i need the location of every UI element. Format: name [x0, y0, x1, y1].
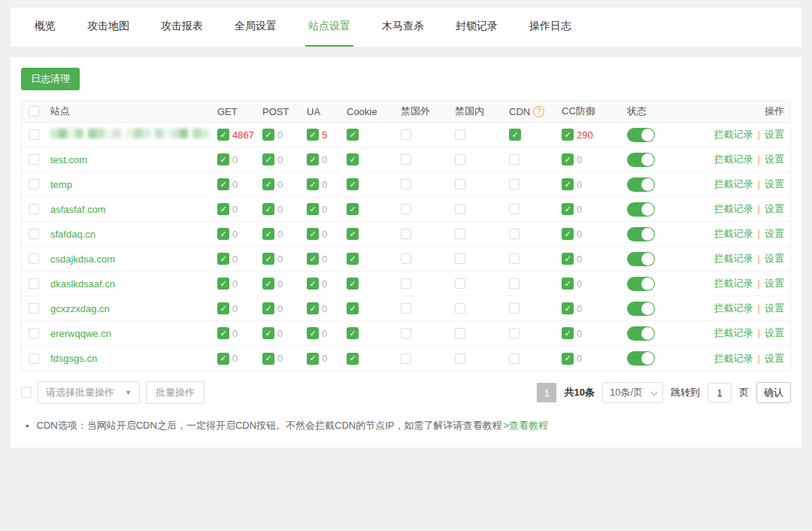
cdn-unchecked-checkbox[interactable] [509, 328, 520, 338]
ua-checked-icon[interactable]: ✓ [307, 253, 319, 265]
block-foreign-unchecked-checkbox[interactable] [401, 229, 411, 239]
cc-defense-checked-icon[interactable]: ✓ [562, 327, 574, 339]
cc-defense-checked-icon[interactable]: ✓ [562, 153, 574, 165]
cookie-checked-icon[interactable]: ✓ [347, 253, 359, 265]
settings-link[interactable]: 设置 [765, 203, 784, 214]
tab-4[interactable]: 全局设置 [232, 8, 280, 47]
cdn-unchecked-checkbox[interactable] [509, 204, 520, 214]
post-checked-icon[interactable]: ✓ [262, 178, 274, 190]
cookie-checked-icon[interactable]: ✓ [347, 129, 359, 141]
row-checkbox[interactable] [29, 179, 39, 190]
cookie-checked-icon[interactable]: ✓ [347, 203, 359, 215]
block-domestic-unchecked-checkbox[interactable] [455, 353, 465, 364]
status-toggle[interactable] [627, 277, 655, 291]
site-link[interactable]: sfafdaq.cn [50, 229, 95, 240]
site-link-censored[interactable] [50, 129, 209, 138]
get-checked-icon[interactable]: ✓ [217, 178, 229, 190]
settings-link[interactable]: 设置 [765, 353, 784, 364]
get-checked-icon[interactable]: ✓ [217, 327, 229, 339]
ua-checked-icon[interactable]: ✓ [307, 353, 319, 365]
status-toggle[interactable] [627, 302, 655, 316]
post-checked-icon[interactable]: ✓ [262, 302, 274, 314]
bulk-action-select[interactable]: 请选择批量操作 ▼ [38, 381, 140, 404]
cookie-checked-icon[interactable]: ✓ [347, 178, 359, 190]
tab-8[interactable]: 操作日志 [526, 8, 574, 47]
tab-2[interactable]: 攻击地图 [84, 8, 132, 47]
cc-defense-checked-icon[interactable]: ✓ [562, 253, 574, 265]
bulk-action-button[interactable]: 批量操作 [146, 381, 205, 404]
status-toggle[interactable] [627, 326, 655, 341]
get-checked-icon[interactable]: ✓ [217, 278, 229, 290]
block-foreign-unchecked-checkbox[interactable] [401, 353, 411, 364]
row-checkbox[interactable] [29, 328, 39, 338]
get-checked-icon[interactable]: ✓ [217, 353, 229, 365]
block-log-link[interactable]: 拦截记录 [714, 302, 753, 314]
log-clean-button[interactable]: 日志清理 [21, 68, 80, 90]
cdn-unchecked-checkbox[interactable] [509, 353, 520, 364]
cdn-unchecked-checkbox[interactable] [509, 154, 520, 165]
block-domestic-unchecked-checkbox[interactable] [455, 278, 465, 289]
block-foreign-unchecked-checkbox[interactable] [401, 154, 411, 165]
page-size-select[interactable]: 10条/页 [602, 382, 663, 403]
site-link[interactable]: gcxzzxdag.cn [50, 303, 110, 314]
settings-link[interactable]: 设置 [765, 327, 784, 338]
status-toggle[interactable] [627, 202, 655, 217]
post-checked-icon[interactable]: ✓ [262, 353, 274, 365]
cdn-unchecked-checkbox[interactable] [509, 229, 520, 239]
block-domestic-unchecked-checkbox[interactable] [455, 303, 465, 314]
block-domestic-unchecked-checkbox[interactable] [455, 179, 465, 190]
cookie-checked-icon[interactable]: ✓ [347, 278, 359, 290]
ua-checked-icon[interactable]: ✓ [307, 153, 319, 165]
get-checked-icon[interactable]: ✓ [217, 153, 229, 165]
ua-checked-icon[interactable]: ✓ [307, 129, 319, 141]
settings-link[interactable]: 设置 [765, 178, 784, 190]
cdn-unchecked-checkbox[interactable] [509, 278, 520, 289]
jump-page-input[interactable] [707, 383, 732, 402]
ua-checked-icon[interactable]: ✓ [307, 178, 319, 190]
settings-link[interactable]: 设置 [765, 278, 784, 289]
cookie-checked-icon[interactable]: ✓ [347, 228, 359, 240]
view-tutorial-link[interactable]: >查看教程 [504, 419, 549, 432]
cdn-unchecked-checkbox[interactable] [509, 179, 520, 190]
ua-checked-icon[interactable]: ✓ [307, 278, 319, 290]
block-domestic-unchecked-checkbox[interactable] [455, 229, 465, 239]
block-log-link[interactable]: 拦截记录 [714, 178, 753, 190]
get-checked-icon[interactable]: ✓ [217, 228, 229, 240]
cdn-checked-icon[interactable]: ✓ [509, 129, 521, 141]
post-checked-icon[interactable]: ✓ [262, 153, 274, 165]
status-toggle[interactable] [627, 227, 655, 241]
settings-link[interactable]: 设置 [765, 153, 784, 165]
ua-checked-icon[interactable]: ✓ [307, 228, 319, 240]
cc-defense-checked-icon[interactable]: ✓ [562, 353, 574, 365]
row-checkbox[interactable] [29, 154, 39, 165]
tab-3[interactable]: 攻击报表 [158, 8, 206, 47]
cc-defense-checked-icon[interactable]: ✓ [562, 178, 574, 190]
confirm-button[interactable]: 确认 [756, 382, 791, 403]
settings-link[interactable]: 设置 [765, 302, 784, 314]
site-link[interactable]: csdajkdsa.com [50, 253, 115, 265]
post-checked-icon[interactable]: ✓ [262, 253, 274, 265]
cookie-checked-icon[interactable]: ✓ [347, 327, 359, 339]
block-foreign-unchecked-checkbox[interactable] [401, 278, 411, 289]
cookie-checked-icon[interactable]: ✓ [347, 153, 359, 165]
cookie-checked-icon[interactable]: ✓ [347, 302, 359, 314]
get-checked-icon[interactable]: ✓ [217, 302, 229, 314]
settings-link[interactable]: 设置 [765, 253, 784, 264]
cc-defense-checked-icon[interactable]: ✓ [562, 228, 574, 240]
block-foreign-unchecked-checkbox[interactable] [401, 129, 411, 140]
cdn-help-icon[interactable]: ? [533, 106, 544, 117]
block-domestic-unchecked-checkbox[interactable] [455, 154, 465, 165]
page-number-button[interactable]: 1 [537, 383, 556, 402]
tab-6[interactable]: 木马查杀 [379, 8, 427, 47]
status-toggle[interactable] [627, 178, 655, 192]
cookie-checked-icon[interactable]: ✓ [347, 353, 359, 365]
ua-checked-icon[interactable]: ✓ [307, 302, 319, 314]
cc-defense-checked-icon[interactable]: ✓ [562, 203, 574, 215]
post-checked-icon[interactable]: ✓ [262, 129, 274, 141]
block-foreign-unchecked-checkbox[interactable] [401, 204, 411, 214]
block-log-link[interactable]: 拦截记录 [714, 129, 753, 140]
block-log-link[interactable]: 拦截记录 [714, 327, 753, 338]
block-domestic-unchecked-checkbox[interactable] [455, 328, 465, 338]
site-link[interactable]: asfasfaf.com [50, 204, 106, 215]
block-log-link[interactable]: 拦截记录 [714, 353, 753, 364]
